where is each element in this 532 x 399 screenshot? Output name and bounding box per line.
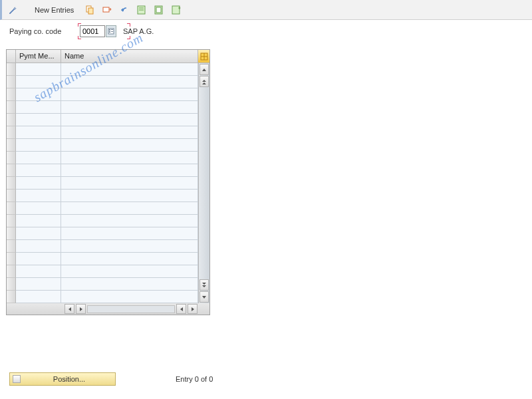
wrench-icon-button[interactable] <box>6 3 21 17</box>
cell-name[interactable] <box>61 164 198 177</box>
save-row-icon-button[interactable] <box>134 3 149 17</box>
position-button[interactable]: Position... <box>9 372 116 386</box>
table-row <box>16 227 198 240</box>
table-settings-icon[interactable] <box>198 50 209 63</box>
cell-pymt-method[interactable] <box>16 190 61 202</box>
row-header[interactable] <box>7 88 16 101</box>
cell-name[interactable] <box>61 101 198 114</box>
row-header[interactable] <box>7 101 16 114</box>
cell-name[interactable] <box>61 227 198 240</box>
cell-name[interactable] <box>61 88 198 101</box>
new-entries-label: New Entries <box>35 6 74 14</box>
scroll-left-end-icon[interactable] <box>176 304 186 314</box>
company-description: SAP A.G. <box>123 27 154 35</box>
scroll-down-icon[interactable] <box>200 291 209 303</box>
cell-pymt-method[interactable] <box>16 126 61 139</box>
cell-pymt-method[interactable] <box>16 215 61 227</box>
copy-icon-button[interactable] <box>82 3 97 17</box>
scroll-up-double-icon[interactable] <box>200 76 209 87</box>
table-row <box>16 88 198 101</box>
row-header[interactable] <box>7 240 16 253</box>
scroll-up-icon[interactable] <box>200 64 209 75</box>
cell-pymt-method[interactable] <box>16 164 61 177</box>
row-header[interactable] <box>7 114 16 126</box>
cell-name[interactable] <box>61 215 198 227</box>
table-row <box>16 278 198 291</box>
scroll-right-inner-icon[interactable] <box>76 304 86 314</box>
column-header-pymt-method[interactable]: Pymt Me... <box>16 50 61 63</box>
cell-pymt-method[interactable] <box>16 278 61 291</box>
select-all-icon-button[interactable] <box>152 3 166 17</box>
cell-pymt-method[interactable] <box>16 76 61 88</box>
svg-rect-13 <box>111 31 113 32</box>
row-header[interactable] <box>7 76 16 88</box>
cell-pymt-method[interactable] <box>16 227 61 240</box>
column-header-name[interactable]: Name <box>61 50 198 63</box>
cell-pymt-method[interactable] <box>16 63 61 76</box>
table-row <box>16 177 198 190</box>
cell-pymt-method[interactable] <box>16 152 61 164</box>
cell-name[interactable] <box>61 190 198 202</box>
row-header[interactable] <box>7 278 16 291</box>
row-header[interactable] <box>7 190 16 202</box>
footer-area: Position... Entry 0 of 0 <box>9 372 213 386</box>
horizontal-scroll-track[interactable] <box>87 305 175 313</box>
cell-pymt-method[interactable] <box>16 88 61 101</box>
cell-name[interactable] <box>61 152 198 164</box>
cell-name[interactable] <box>61 76 198 88</box>
cell-pymt-method[interactable] <box>16 265 61 278</box>
row-header[interactable] <box>7 202 16 215</box>
cell-pymt-method[interactable] <box>16 101 61 114</box>
deselect-all-icon-button[interactable] <box>169 3 184 17</box>
cell-pymt-method[interactable] <box>16 291 61 303</box>
row-header[interactable] <box>7 126 16 139</box>
row-header[interactable] <box>7 291 16 303</box>
svg-rect-7 <box>156 7 161 13</box>
cell-name[interactable] <box>61 177 198 190</box>
toolbar: New Entries <box>0 0 532 20</box>
table-row <box>16 63 198 76</box>
row-header[interactable] <box>7 164 16 177</box>
new-entries-button[interactable]: New Entries <box>29 3 80 17</box>
cell-name[interactable] <box>61 265 198 278</box>
table-cells <box>16 63 198 303</box>
cell-pymt-method[interactable] <box>16 253 61 265</box>
undo-icon-button[interactable] <box>117 3 132 17</box>
cell-pymt-method[interactable] <box>16 177 61 190</box>
row-header[interactable] <box>7 215 16 227</box>
cell-name[interactable] <box>61 278 198 291</box>
row-header[interactable] <box>7 152 16 164</box>
row-header[interactable] <box>7 63 16 76</box>
scroll-down-double-icon[interactable] <box>200 279 209 291</box>
cell-name[interactable] <box>61 114 198 126</box>
cell-pymt-method[interactable] <box>16 240 61 253</box>
table-row <box>16 164 198 177</box>
row-header[interactable] <box>7 253 16 265</box>
row-header[interactable] <box>7 177 16 190</box>
scroll-left-icon[interactable] <box>65 304 74 314</box>
position-icon <box>13 375 21 383</box>
row-header[interactable] <box>7 139 16 152</box>
cell-pymt-method[interactable] <box>16 202 61 215</box>
cell-pymt-method[interactable] <box>16 139 61 152</box>
cell-name[interactable] <box>61 63 198 76</box>
horizontal-scrollbar[interactable] <box>7 303 209 315</box>
cell-name[interactable] <box>61 240 198 253</box>
scroll-right-icon[interactable] <box>188 304 198 314</box>
delimit-icon-button[interactable] <box>100 3 114 17</box>
vertical-scrollbar[interactable] <box>198 63 209 303</box>
paying-company-code-input[interactable] <box>80 25 105 37</box>
cell-name[interactable] <box>61 139 198 152</box>
row-headers <box>7 63 16 303</box>
row-header[interactable] <box>7 227 16 240</box>
cell-name[interactable] <box>61 126 198 139</box>
corner-header[interactable] <box>7 50 16 63</box>
table-row <box>16 152 198 164</box>
cell-name[interactable] <box>61 202 198 215</box>
f4-help-icon[interactable] <box>106 25 116 37</box>
cell-name[interactable] <box>61 253 198 265</box>
cell-pymt-method[interactable] <box>16 114 61 126</box>
cell-name[interactable] <box>61 291 198 303</box>
table-header-row: Pymt Me... Name <box>7 50 209 63</box>
row-header[interactable] <box>7 265 16 278</box>
